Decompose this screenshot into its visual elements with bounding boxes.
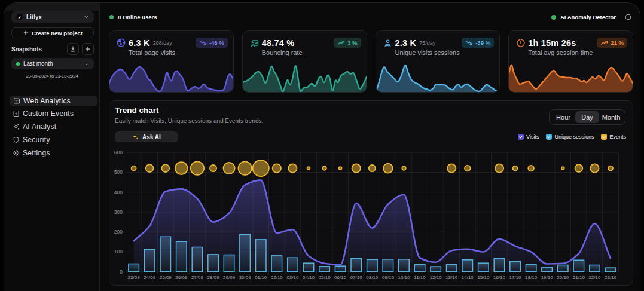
- svg-text:01/10: 01/10: [255, 275, 267, 280]
- svg-text:10/10: 10/10: [398, 275, 410, 280]
- svg-text:09/10: 09/10: [382, 275, 395, 280]
- svg-text:18/10: 18/10: [525, 275, 538, 280]
- svg-text:05/10: 05/10: [319, 275, 331, 280]
- svg-text:22/10: 22/10: [588, 275, 601, 280]
- svg-text:27/09: 27/09: [191, 275, 204, 280]
- svg-text:600: 600: [114, 149, 123, 155]
- svg-text:13/10: 13/10: [445, 275, 458, 280]
- svg-text:14/10: 14/10: [462, 275, 474, 280]
- svg-text:15/10: 15/10: [477, 275, 490, 280]
- svg-text:21/10: 21/10: [573, 275, 585, 280]
- svg-text:24/09: 24/09: [144, 275, 156, 280]
- svg-text:11/10: 11/10: [414, 275, 426, 280]
- svg-text:17/10: 17/10: [509, 275, 521, 280]
- svg-text:06/10: 06/10: [334, 275, 347, 280]
- svg-text:300: 300: [114, 209, 123, 215]
- svg-text:26/09: 26/09: [175, 275, 188, 280]
- svg-text:16/10: 16/10: [493, 275, 506, 280]
- svg-text:25/09: 25/09: [160, 275, 172, 280]
- svg-text:23/10: 23/10: [605, 275, 617, 280]
- svg-text:20/10: 20/10: [557, 275, 569, 280]
- svg-text:100: 100: [114, 249, 123, 255]
- svg-text:500: 500: [114, 169, 123, 175]
- svg-text:19/10: 19/10: [541, 275, 554, 280]
- svg-text:28/09: 28/09: [207, 275, 219, 280]
- svg-text:04/10: 04/10: [303, 275, 315, 280]
- svg-text:12/10: 12/10: [430, 275, 442, 280]
- svg-text:400: 400: [114, 189, 123, 195]
- svg-text:08/10: 08/10: [366, 275, 379, 280]
- svg-text:07/10: 07/10: [350, 275, 363, 280]
- svg-text:03/10: 03/10: [286, 275, 299, 280]
- svg-text:23/09: 23/09: [128, 275, 141, 280]
- svg-text:200: 200: [114, 229, 123, 235]
- svg-text:29/09: 29/09: [223, 275, 236, 280]
- svg-text:30/09: 30/09: [239, 275, 252, 280]
- svg-text:0: 0: [120, 269, 123, 275]
- svg-text:02/10: 02/10: [271, 275, 283, 280]
